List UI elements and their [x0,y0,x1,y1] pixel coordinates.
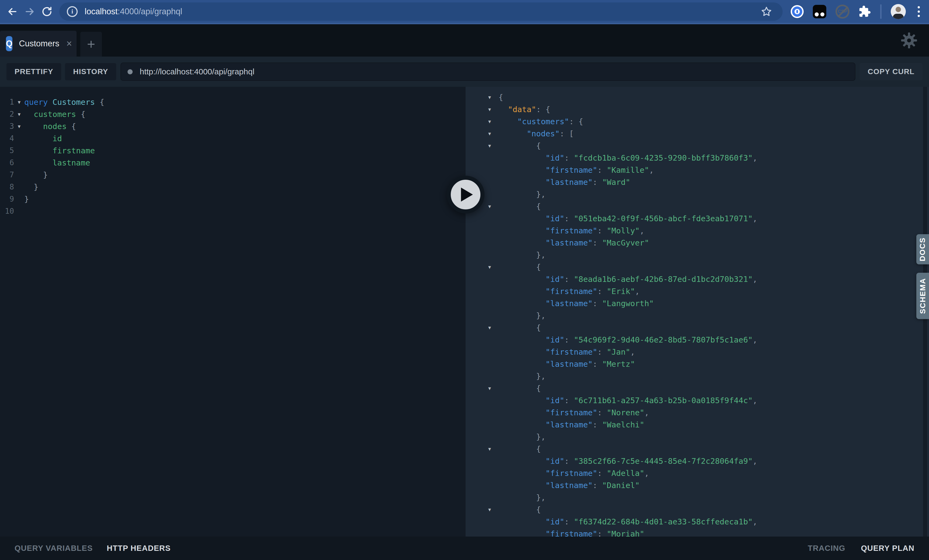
query-editor[interactable]: 1▼query Customers {2▼ customers {3▼ node… [0,87,466,537]
code-line: "firstname": "Erik", [466,285,929,297]
fold-arrow-icon[interactable]: ▼ [488,265,498,270]
token: : [598,226,607,235]
fold-arrow-icon[interactable]: ▼ [488,325,498,330]
code-line: 10 [0,205,466,217]
token: "lastname" [546,177,593,187]
fold-arrow-icon[interactable]: ▼ [488,131,498,136]
csp-extension-icon[interactable]: CSP [835,5,849,18]
token: "Jan" [607,347,630,357]
code-line: "firstname": "Adella", [466,467,929,479]
token: "id" [546,517,564,526]
dark-extension-icon[interactable] [813,5,826,18]
history-button[interactable]: HISTORY [65,63,116,80]
tab-customers[interactable]: Q Customers × [0,31,77,57]
code-line: "lastname": "MacGyver" [466,237,929,249]
execute-query-button[interactable] [447,176,484,213]
schema-side-tab[interactable]: SCHEMA [916,273,929,319]
token: "id" [546,214,564,223]
token: : [593,360,602,369]
query-badge: Q [6,36,12,51]
token [498,408,546,417]
copy-curl-button[interactable]: COPY CURL [860,63,923,80]
http-headers-tab[interactable]: HTTP HEADERS [107,544,171,553]
profile-avatar[interactable] [891,4,906,19]
token: : [598,287,607,296]
token [24,134,52,143]
tracing-tab[interactable]: TRACING [808,544,845,553]
token: : [598,469,607,478]
site-info-icon[interactable]: i [67,6,78,17]
line-number: 4 [0,134,14,143]
code-line: "lastname": "Ward" [466,176,929,188]
fold-arrow-icon[interactable]: ▼ [488,107,498,112]
bookmark-star-icon[interactable] [758,3,775,20]
url-text: localhost:4000/api/graphql [85,7,758,17]
token: }, [498,372,546,381]
token: "lastname" [546,360,593,369]
token: "id" [546,456,564,466]
token [498,275,546,284]
fold-arrow-icon[interactable]: ▼ [14,124,24,129]
token: "id" [546,275,564,284]
token: "54c969f2-9d40-46e2-8bd5-7807bf5c1ae6" [574,335,753,344]
code-line: ▼ { [466,200,929,213]
extensions-puzzle-icon[interactable] [858,3,871,20]
reload-icon[interactable] [38,3,55,20]
token: "nodes" [527,129,560,138]
token: , [635,287,639,296]
token [498,529,546,537]
token: "id" [546,396,564,405]
fold-arrow-icon[interactable]: ▼ [14,99,24,105]
response-pane: ▼{▼ "data": {▼ "customers": {▼ "nodes": … [466,87,929,537]
back-icon[interactable] [4,3,21,20]
token: { [498,141,541,150]
prettify-button[interactable]: PRETTIFY [6,63,61,80]
token: } [24,194,29,204]
query-editor-lines: 1▼query Customers {2▼ customers {3▼ node… [0,96,466,217]
token: , [753,335,757,344]
token: : [593,299,602,308]
token: "lastname" [546,238,593,247]
code-line: ▼ { [466,503,929,516]
tab-close-icon[interactable]: × [66,39,72,49]
password-manager-extension-icon[interactable] [791,5,804,18]
token [498,396,546,405]
token [498,299,546,308]
code-line: }, [466,491,929,503]
query-variables-tab[interactable]: QUERY VARIABLES [15,544,93,553]
fold-arrow-icon[interactable]: ▼ [488,119,498,124]
line-number: 5 [0,146,14,155]
token [498,105,508,114]
token: "id" [546,335,564,344]
token: : { [536,105,550,114]
token: "firstname" [546,408,598,417]
forward-icon[interactable] [21,3,38,20]
fold-arrow-icon[interactable]: ▼ [488,386,498,391]
token [498,226,546,235]
token: : [564,275,574,284]
docs-side-tab[interactable]: DOCS [916,234,929,265]
fold-arrow-icon[interactable]: ▼ [488,95,498,100]
fold-arrow-icon[interactable]: ▼ [488,446,498,452]
token [498,287,546,296]
address-bar[interactable]: i localhost:4000/api/graphql [59,2,783,21]
code-line: ▼ "customers": { [466,115,929,127]
fold-arrow-icon[interactable]: ▼ [488,204,498,209]
token: "Daniel" [602,481,640,490]
endpoint-input[interactable] [140,67,848,76]
fold-arrow-icon[interactable]: ▼ [14,112,24,117]
token [498,481,546,490]
token: nodes [43,122,67,131]
code-line: 9} [0,193,466,205]
new-tab-button[interactable]: + [80,32,102,57]
fold-arrow-icon[interactable]: ▼ [488,143,498,148]
bottom-bar: QUERY VARIABLES HTTP HEADERS TRACING QUE… [0,537,929,560]
settings-gear-icon[interactable] [900,31,918,50]
tab-title: Customers [19,39,59,49]
play-icon [461,188,473,202]
token: "Waelchi" [602,420,644,429]
fold-arrow-icon[interactable]: ▼ [488,507,498,512]
query-plan-tab[interactable]: QUERY PLAN [861,544,914,553]
browser-menu-icon[interactable] [915,6,923,17]
code-line: "lastname": "Langworth" [466,297,929,309]
